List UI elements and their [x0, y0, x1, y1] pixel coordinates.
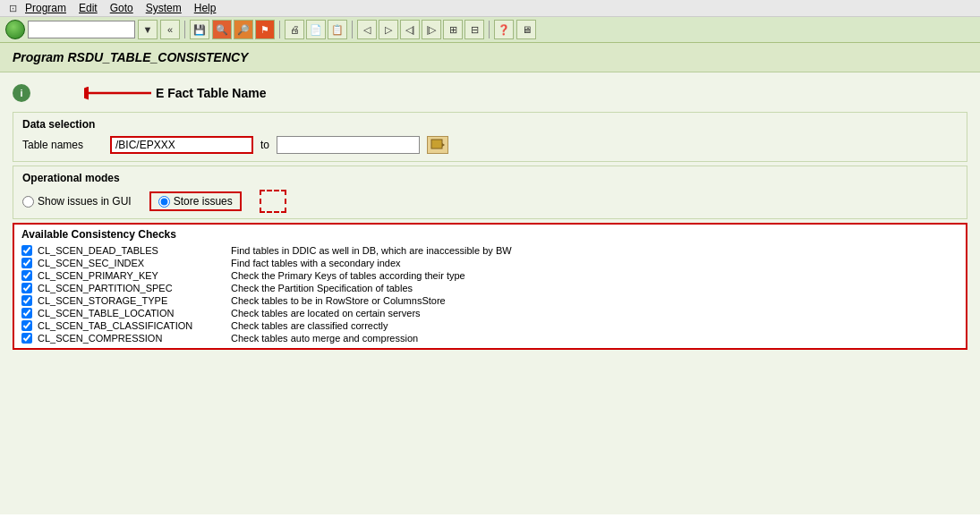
- check-checkbox[interactable]: [21, 245, 32, 256]
- check-desc: Find fact tables with a secondary index: [231, 258, 401, 268]
- action-icons: 🔍 🔎 ⚑: [212, 20, 275, 39]
- sep3: [352, 21, 353, 38]
- menu-items: Program Edit Goto System Help: [25, 2, 216, 14]
- checks-title: Available Consistency Checks: [21, 228, 959, 241]
- toolbar: ▼ « 💾 🔍 🔎 ⚑ 🖨 📄 📋 ◁ ▷ ◁| |▷ ⊞ ⊟ ❓ 🖥: [0, 17, 980, 43]
- check-row: CL_SCEN_DEAD_TABLESFind tables in DDIC a…: [21, 244, 959, 257]
- check-row: CL_SCEN_PARTITION_SPECCheck the Partitio…: [21, 282, 959, 294]
- check-checkbox[interactable]: [21, 283, 32, 293]
- to-label: to: [260, 139, 269, 151]
- store-issues-label: Store issues: [174, 195, 233, 208]
- lookup-button[interactable]: [427, 136, 448, 154]
- nav2-btn[interactable]: ▷: [379, 20, 398, 39]
- check-name: CL_SCEN_TAB_CLASSIFICATION: [38, 320, 226, 331]
- menu-help[interactable]: Help: [194, 2, 217, 14]
- show-issues-option[interactable]: Show issues in GUI: [22, 195, 132, 208]
- check-checkbox[interactable]: [21, 295, 32, 306]
- store-issues-option[interactable]: Store issues: [158, 195, 233, 208]
- info-icon: i: [13, 84, 30, 102]
- check-desc: Check the Primary Keys of tables accordi…: [231, 270, 465, 281]
- nav-icons: ◁ ▷ ◁| |▷ ⊞ ⊟: [357, 20, 484, 39]
- nav4-btn[interactable]: |▷: [422, 20, 441, 39]
- check-checkbox[interactable]: [21, 320, 32, 331]
- app-icon: ⊡: [5, 2, 20, 14]
- flag-btn[interactable]: ⚑: [255, 20, 275, 39]
- svg-rect-2: [431, 140, 442, 149]
- check-row: CL_SCEN_TAB_CLASSIFICATIONCheck tables a…: [21, 319, 959, 332]
- sep2: [279, 21, 280, 38]
- check-checkbox[interactable]: [21, 258, 32, 268]
- check-row: CL_SCEN_COMPRESSIONCheck tables auto mer…: [21, 332, 959, 344]
- data-selection-title: Data selection: [22, 118, 958, 131]
- radio-row: Show issues in GUI Store issues: [22, 190, 958, 213]
- main-content: Program RSDU_TABLE_CONSISTENCY i E Fact …: [0, 43, 980, 514]
- print-btn[interactable]: 🖨: [285, 20, 304, 39]
- menu-system[interactable]: System: [146, 2, 182, 14]
- svg-marker-3: [442, 143, 445, 147]
- check-desc: Check tables are located on certain serv…: [231, 308, 421, 318]
- command-input[interactable]: [28, 21, 135, 38]
- nav3-btn[interactable]: ◁|: [400, 20, 420, 39]
- sep1: [184, 21, 185, 38]
- section-area: i E Fact Table Name Data selection Table…: [0, 72, 980, 357]
- check-row: CL_SCEN_TABLE_LOCATIONCheck tables are l…: [21, 307, 959, 319]
- check-desc: Find tables in DDIC as well in DB, which…: [231, 245, 512, 256]
- check-name: CL_SCEN_STORAGE_TYPE: [38, 295, 226, 306]
- check-name: CL_SCEN_DEAD_TABLES: [38, 245, 226, 256]
- operational-modes-title: Operational modes: [22, 172, 958, 184]
- back-btn[interactable]: «: [160, 20, 180, 39]
- find-btn[interactable]: 🔍: [212, 20, 232, 39]
- sep4: [489, 21, 490, 38]
- check-desc: Check tables auto merge and compression: [231, 333, 418, 344]
- check-name: CL_SCEN_TABLE_LOCATION: [38, 308, 226, 318]
- check-desc: Check the Partition Specification of tab…: [231, 283, 413, 293]
- program-title-bar: Program RSDU_TABLE_CONSISTENCY: [0, 43, 980, 72]
- help-btn[interactable]: ❓: [494, 20, 514, 39]
- arrow-svg: [84, 81, 156, 106]
- check-name: CL_SCEN_PRIMARY_KEY: [38, 270, 226, 281]
- check-row: CL_SCEN_SEC_INDEXFind fact tables with a…: [21, 257, 959, 269]
- operational-modes-section: Operational modes Show issues in GUI Sto…: [13, 166, 967, 219]
- save-btn[interactable]: 💾: [190, 20, 209, 39]
- lookup-icon: [430, 139, 445, 151]
- monitor-btn[interactable]: 🖥: [516, 20, 536, 39]
- program-title: Program RSDU_TABLE_CONSISTENCY: [13, 50, 967, 64]
- info-row: i E Fact Table Name: [13, 76, 967, 108]
- table-names-row: Table names to: [22, 136, 958, 154]
- menu-edit[interactable]: Edit: [79, 2, 98, 14]
- table-names-label: Table names: [22, 139, 103, 151]
- print-icons: 🖨 📄 📋: [285, 20, 347, 39]
- table-names-to-input[interactable]: [277, 136, 420, 154]
- check-row: CL_SCEN_STORAGE_TYPECheck tables to be i…: [21, 294, 959, 307]
- execute-button[interactable]: [5, 20, 25, 39]
- store-issues-box: Store issues: [149, 191, 242, 211]
- show-issues-label: Show issues in GUI: [38, 195, 132, 208]
- check-checkbox[interactable]: [21, 308, 32, 318]
- table-names-input[interactable]: [110, 136, 253, 154]
- arrow-annotation: E Fact Table Name: [84, 81, 266, 106]
- dropdown-btn[interactable]: ▼: [138, 20, 158, 39]
- check-desc: Check tables to be in RowStore or Column…: [231, 295, 446, 306]
- consistency-checks-section: Available Consistency Checks CL_SCEN_DEA…: [13, 223, 967, 350]
- print3-btn[interactable]: 📋: [328, 20, 347, 39]
- check-checkbox[interactable]: [21, 270, 32, 281]
- store-issues-radio[interactable]: [158, 196, 170, 208]
- nav1-btn[interactable]: ◁: [357, 20, 377, 39]
- data-selection-section: Data selection Table names to: [13, 112, 967, 162]
- menu-goto[interactable]: Goto: [110, 2, 133, 14]
- checks-list: CL_SCEN_DEAD_TABLESFind tables in DDIC a…: [21, 244, 959, 344]
- nav6-btn[interactable]: ⊟: [464, 20, 484, 39]
- check-name: CL_SCEN_PARTITION_SPEC: [38, 283, 226, 293]
- nav5-btn[interactable]: ⊞: [443, 20, 463, 39]
- menu-bar: ⊡ Program Edit Goto System Help: [0, 0, 980, 17]
- check-name: CL_SCEN_SEC_INDEX: [38, 258, 226, 268]
- find2-btn[interactable]: 🔎: [234, 20, 253, 39]
- check-checkbox[interactable]: [21, 333, 32, 344]
- check-name: CL_SCEN_COMPRESSION: [38, 333, 226, 344]
- hint-box: [260, 190, 286, 213]
- print2-btn[interactable]: 📄: [306, 20, 326, 39]
- show-issues-radio[interactable]: [22, 196, 34, 208]
- check-row: CL_SCEN_PRIMARY_KEYCheck the Primary Key…: [21, 269, 959, 282]
- menu-program[interactable]: Program: [25, 2, 66, 14]
- check-desc: Check tables are classified correctly: [231, 320, 388, 331]
